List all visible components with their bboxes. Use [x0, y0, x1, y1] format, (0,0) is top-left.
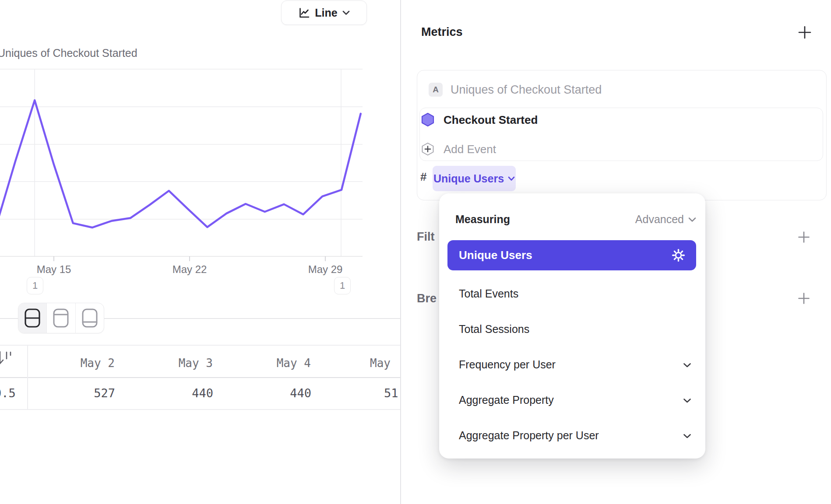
- line-chart-icon: [298, 7, 310, 19]
- x-axis-label: May 22: [159, 263, 220, 276]
- x-axis-label: May 29: [295, 263, 356, 276]
- table-cell: 440: [148, 386, 213, 400]
- add-metric-plus-icon[interactable]: [798, 25, 812, 39]
- sort-descending-icon[interactable]: [0, 350, 14, 367]
- chevron-down-icon: [683, 394, 694, 408]
- filters-heading: Filt: [417, 230, 435, 244]
- measuring-heading: Measuring: [455, 213, 510, 226]
- table-top-border: [0, 345, 400, 346]
- panel-top-icon: [53, 308, 69, 328]
- table-header-cell[interactable]: May: [370, 357, 391, 370]
- table-header-cell[interactable]: May 2: [49, 357, 115, 370]
- advanced-label: Advanced: [635, 213, 684, 226]
- panel-bottom-icon: [81, 308, 98, 328]
- chevron-down-icon: [342, 10, 350, 15]
- dropdown-item-unique-users-selected[interactable]: Unique Users: [447, 240, 696, 270]
- add-event-button[interactable]: Add Event: [444, 143, 496, 156]
- dropdown-item-total-sessions[interactable]: Total Sessions: [459, 323, 651, 337]
- chart-section: Uniques of Checkout Started Line May 15 …: [0, 0, 401, 504]
- chevron-down-icon: [688, 217, 696, 222]
- annotation-badge[interactable]: 1: [334, 277, 351, 294]
- advanced-mode-toggle[interactable]: Advanced: [626, 213, 696, 226]
- dropdown-item-aggregate-property[interactable]: Aggregate Property: [459, 394, 651, 408]
- panel-divider: [400, 0, 401, 504]
- hexagon-icon: [421, 112, 434, 127]
- chart-type-label: Line: [315, 7, 337, 19]
- table-row-label: 0.5: [0, 386, 16, 400]
- chevron-down-icon: [508, 176, 515, 181]
- breakdowns-heading: Bre: [417, 292, 437, 305]
- x-axis-label: May 15: [23, 263, 85, 276]
- metric-card-title[interactable]: Uniques of Checkout Started: [451, 83, 602, 97]
- table-cell: 527: [49, 386, 115, 400]
- gear-icon[interactable]: [672, 248, 685, 262]
- hexagon-plus-icon[interactable]: [421, 142, 434, 156]
- event-name[interactable]: Checkout Started: [444, 113, 538, 127]
- table-cell: 440: [246, 386, 311, 400]
- dropdown-item-aggregate-property-per-user[interactable]: Aggregate Property per User: [459, 429, 651, 443]
- metrics-heading: Metrics: [421, 25, 463, 39]
- annotation-badge[interactable]: 1: [27, 277, 43, 294]
- table-header-cell[interactable]: May 3: [147, 357, 213, 370]
- insights-report-page: Uniques of Checkout Started Line May 15 …: [0, 0, 831, 504]
- chevron-down-icon: [683, 429, 694, 443]
- layout-toggle-split-view[interactable]: [18, 303, 46, 333]
- table-header-border: [0, 377, 400, 378]
- table-cell: 51: [384, 386, 398, 400]
- layout-toggle-chart-only[interactable]: [46, 303, 75, 333]
- selected-item-label: Unique Users: [459, 248, 672, 262]
- chart-title: Uniques of Checkout Started: [0, 47, 137, 60]
- split-horizontal-icon: [24, 308, 41, 328]
- table-column-border: [27, 345, 28, 409]
- chevron-down-icon: [683, 358, 694, 372]
- measurement-prefix: #: [420, 170, 426, 184]
- measurement-chip[interactable]: Unique Users: [433, 166, 516, 191]
- layout-toggle: [18, 303, 104, 333]
- add-filter-plus-icon[interactable]: [798, 231, 810, 243]
- table-row-border: [0, 409, 400, 410]
- chart-type-button[interactable]: Line: [281, 0, 367, 25]
- series-letter-badge: A: [429, 83, 443, 97]
- measurement-chip-label: Unique Users: [433, 172, 504, 185]
- dropdown-item-frequency-per-user[interactable]: Frequency per User: [459, 358, 651, 372]
- add-breakdown-plus-icon[interactable]: [798, 292, 810, 304]
- table-header-cell[interactable]: May 4: [245, 357, 311, 370]
- layout-toggle-table-only[interactable]: [75, 303, 104, 333]
- dropdown-item-total-events[interactable]: Total Events: [459, 287, 651, 301]
